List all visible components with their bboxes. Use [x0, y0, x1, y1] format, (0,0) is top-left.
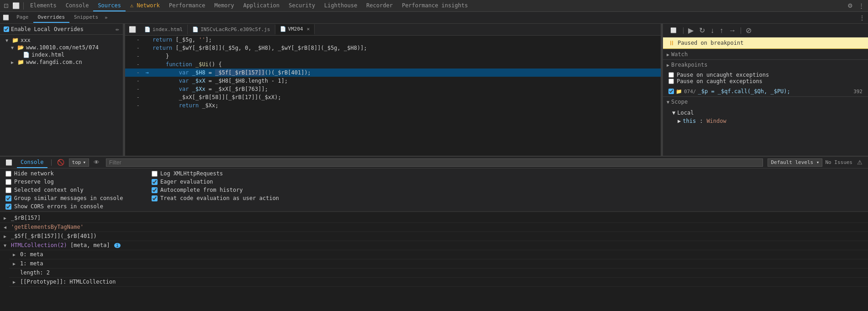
tab-network[interactable]: ⚠ Network	[126, 0, 164, 11]
tree-item-index-html[interactable]: 📄 index.html	[0, 51, 123, 58]
scope-this-item[interactable]: ▶ this : Window	[668, 117, 863, 125]
tree-item-xxx[interactable]: ▼ 📁 xxx	[0, 37, 123, 44]
bp-checkbox-1[interactable]	[668, 89, 674, 94]
bp-folder-label-1: 074/	[684, 89, 696, 95]
console-output: ▶ _$rB[157] ◀ 'getElementsByTagName' ▶ _…	[0, 212, 868, 311]
entry-expand-1[interactable]: ▶	[4, 216, 9, 221]
sources-tab-overrides[interactable]: Overrides	[33, 12, 70, 23]
console-eye-button[interactable]: 👁	[92, 158, 101, 167]
scope-section-header[interactable]: ▼ Scope	[663, 96, 868, 107]
step-over-button[interactable]: ↻	[697, 26, 707, 35]
show-cors-checkbox[interactable]	[5, 204, 11, 210]
log-xml-checkbox[interactable]	[152, 171, 158, 177]
console-filter-input[interactable]	[106, 158, 763, 167]
scope-this-arrow: ▶	[678, 118, 681, 124]
overrides-header: Enable Local Overrides ✏	[0, 24, 123, 35]
console-options-row: Hide network Preserve log Selected conte…	[0, 169, 868, 212]
local-section-header[interactable]: ▼ Local	[668, 109, 863, 117]
tab-application[interactable]: Application	[239, 0, 284, 11]
context-dropdown-icon: ▾	[83, 159, 86, 165]
treat-code-checkbox[interactable]	[152, 195, 158, 201]
console-tab[interactable]: Console	[17, 157, 47, 168]
editor-tab-in5cv[interactable]: 📄 IN5CvLacRcP6.e309c5f.js	[188, 25, 275, 34]
entry-expand-3[interactable]: ▶	[4, 234, 9, 239]
hide-network-checkbox[interactable]	[5, 171, 11, 177]
sources-panel-toggle[interactable]: ⬜	[667, 26, 680, 35]
tab-performance-insights[interactable]: Performance insights	[397, 0, 473, 11]
enable-overrides-checkbox[interactable]	[4, 26, 9, 32]
line-num-3: -	[125, 52, 143, 60]
tab-lighthouse[interactable]: Lighthouse	[320, 0, 362, 11]
tab-memory[interactable]: Memory	[210, 0, 238, 11]
pause-uncaught-checkbox[interactable]	[668, 72, 674, 78]
step-out-button[interactable]: ↑	[718, 26, 725, 35]
console-entry-4: ▼ HTMLCollection(2) [meta, meta] i	[0, 241, 868, 250]
deactivate-breakpoints-button[interactable]: ⊘	[744, 26, 753, 35]
tab-sources[interactable]: Sources	[93, 0, 126, 11]
sources-tab-page[interactable]: Page	[12, 12, 33, 23]
tab-recorder[interactable]: Recorder	[362, 0, 397, 11]
inspect-button[interactable]: ⊡	[2, 1, 11, 10]
pause-caught-label: Pause on caught exceptions	[677, 78, 763, 84]
editor-tab-index[interactable]: 📄 index.html	[140, 25, 188, 34]
tab-console[interactable]: Console	[61, 0, 94, 11]
editor-tab-label-in5cv: IN5CvLacRcP6.e309c5f.js	[200, 26, 270, 32]
scope-arrow: ▼	[667, 100, 669, 105]
step-button[interactable]: →	[727, 26, 738, 35]
eager-eval-checkbox[interactable]	[152, 179, 158, 185]
tree-item-10010[interactable]: ▼ 📂 www.10010.com/net5/074	[0, 44, 123, 51]
code-row-2: - return [_$wY[_$rB[8]](_$5g, 0, _$H8), …	[125, 44, 661, 52]
entry-expand-4[interactable]: ▼	[4, 243, 9, 248]
hide-network-label: Hide network	[14, 170, 54, 177]
tab-performance[interactable]: Performance	[164, 0, 210, 11]
entry-expand-6[interactable]: ▶	[13, 261, 18, 266]
editor-split-button[interactable]: ⬜	[125, 24, 140, 35]
entry-expand-8[interactable]: ▶	[13, 279, 18, 285]
console-clear-button[interactable]: 🚫	[55, 158, 66, 167]
default-levels-label: Default levels ▾	[771, 159, 819, 165]
autocomplete-checkbox[interactable]	[152, 187, 158, 193]
entry-expand-2[interactable]: ◀	[4, 225, 9, 230]
more-button[interactable]: ⋮	[857, 1, 866, 10]
log-xml-option: Log XMLHttpRequests	[152, 170, 279, 177]
settings-button[interactable]: ⚙	[846, 1, 855, 10]
entry-content-7: length: 2	[20, 269, 864, 276]
default-levels-selector[interactable]: Default levels ▾	[768, 158, 822, 167]
group-similar-checkbox[interactable]	[5, 195, 11, 201]
context-selector[interactable]: top ▾	[69, 158, 89, 167]
step-into-button[interactable]: ↓	[709, 26, 716, 35]
tab-elements[interactable]: Elements	[26, 0, 61, 11]
file-tree-toggle[interactable]: ⬜	[0, 13, 12, 22]
edit-icon[interactable]: ✏	[116, 26, 119, 32]
show-cors-label: Show CORS errors in console	[14, 203, 103, 210]
info-badge[interactable]: i	[114, 243, 121, 248]
show-cors-option: Show CORS errors in console	[5, 203, 133, 210]
code-row-6: - var _$xX = _$H8[_$H8.length - 1];	[125, 77, 661, 85]
device-toolbar-button[interactable]: ⬜	[11, 1, 21, 10]
tab-security[interactable]: Security	[284, 0, 320, 11]
editor-tab-vm204[interactable]: 📄 VM204 ✕	[275, 24, 315, 35]
entry-expand-5[interactable]: ▶	[13, 252, 18, 257]
selected-context-checkbox[interactable]	[5, 187, 11, 193]
pause-caught-checkbox[interactable]	[668, 79, 674, 84]
breakpoints-section-header[interactable]: ▶ Breakpoints	[663, 59, 868, 70]
issues-icon[interactable]: ⚠	[855, 158, 864, 167]
more-tabs-button[interactable]: »	[103, 13, 110, 22]
tree-item-fangdi[interactable]: ▶ 📁 www.fangdi.com.cn	[0, 58, 123, 66]
sources-toolbar-menu[interactable]: ⋮	[856, 12, 868, 23]
sources-tab-snippets[interactable]: Snippets	[69, 12, 103, 23]
log-xml-label: Log XMLHttpRequests	[160, 170, 223, 177]
code-row-8: - _$xX[_$rB[58]][_$rB[17]](_$xX);	[125, 93, 661, 101]
console-entry-5: ▶ 0: meta	[9, 250, 868, 259]
preserve-log-option: Preserve log	[5, 179, 133, 185]
scope-label: Scope	[671, 99, 688, 105]
editor-tab-close-vm204[interactable]: ✕	[307, 26, 310, 32]
treat-code-label: Treat code evaluation as user action	[160, 195, 279, 201]
watch-section-header[interactable]: ▶ Watch	[663, 49, 868, 59]
line-code-6: var _$xX = _$H8[_$H8.length - 1];	[151, 77, 661, 85]
console-panel-toggle[interactable]: ⬜	[4, 158, 14, 167]
code-row-7: - var _$Xx = _$xX[_$rB[763]];	[125, 85, 661, 93]
resume-button[interactable]: ▶	[686, 26, 695, 35]
line-arrow-5: →	[143, 69, 151, 77]
preserve-log-checkbox[interactable]	[5, 179, 11, 185]
